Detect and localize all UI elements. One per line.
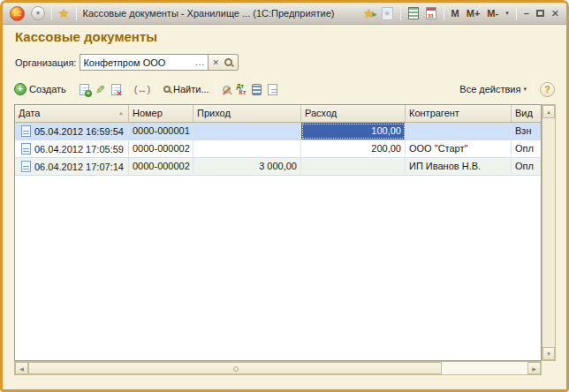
number-cell[interactable]: 0000-000001	[129, 123, 193, 139]
scroll-down-button[interactable]: ▼	[542, 347, 555, 360]
add-to-favorites-icon[interactable]: ★►	[363, 7, 375, 19]
table-empty-area	[15, 176, 541, 360]
delete-document-icon[interactable]: ✕	[111, 84, 121, 95]
memory-dropdown-icon[interactable]: ▾	[505, 10, 509, 17]
rashod-cell[interactable]	[301, 158, 406, 175]
clear-button[interactable]: ✕	[209, 58, 223, 67]
date-cell[interactable]: 06.04.2012 17:05:59	[15, 140, 129, 157]
form-content: Кассовые документы Организация: Конфетпр…	[3, 25, 566, 389]
edit-pencil-icon[interactable]: ✎	[95, 83, 105, 96]
app-window: 1С ▾ ★ Кассовые документы - Хранилище ..…	[0, 0, 569, 392]
window-title: Кассовые документы - Хранилище ... (1С:П…	[83, 8, 335, 19]
rashod-cell-selected[interactable]: 100,00	[301, 123, 406, 139]
memory-minus-button[interactable]: M-	[487, 8, 498, 19]
minimize-button[interactable]: –	[524, 8, 529, 19]
column-header-rashod[interactable]: Расход	[301, 105, 406, 122]
copy-document-icon[interactable]: +	[80, 84, 89, 95]
document-icon	[21, 125, 31, 137]
scrollbar-thumb[interactable]	[28, 362, 442, 374]
date-cell[interactable]: 05.04.2012 16:59:54	[15, 123, 129, 139]
favorites-star-icon[interactable]: ★	[58, 7, 70, 19]
date-value: 06.04.2012 17:07:14	[34, 162, 124, 172]
chevron-down-icon: ▾	[36, 10, 40, 17]
organization-input[interactable]: Конфетпром ООО ...	[80, 54, 209, 71]
column-header-date[interactable]: Дата ▲	[15, 105, 129, 122]
1c-logo-icon: 1С	[10, 6, 25, 21]
all-actions-button[interactable]: Все действия ▾	[459, 84, 527, 94]
prihod-cell[interactable]	[193, 140, 301, 157]
column-label: Дата	[19, 108, 40, 118]
maximize-button[interactable]	[536, 10, 544, 17]
calendar-icon[interactable]: 31	[426, 7, 436, 19]
command-bar: + Создать + ✎ ✕ (↔) Найти... Дт Кт	[14, 79, 555, 100]
prihod-cell[interactable]	[193, 123, 301, 139]
plus-icon: +	[14, 83, 27, 95]
scroll-up-button[interactable]: ▲	[542, 105, 555, 118]
titlebar-separator	[51, 7, 52, 20]
scrollbar-track[interactable]	[442, 362, 527, 374]
table-row[interactable]: 05.04.2012 16:59:54 0000-000001 100,00 В…	[15, 123, 541, 140]
memory-button[interactable]: M	[451, 8, 459, 19]
horizontal-scrollbar[interactable]: ◀ ▶	[14, 361, 542, 375]
column-header-prihod[interactable]: Приход	[193, 105, 301, 122]
find-label: Найти...	[173, 84, 209, 94]
choose-button[interactable]: ...	[193, 57, 208, 67]
scroll-right-button[interactable]: ▶	[527, 362, 541, 374]
vid-cell[interactable]: Взн	[512, 123, 541, 139]
titlebar: 1С ▾ ★ Кассовые документы - Хранилище ..…	[3, 3, 566, 25]
date-cell[interactable]: 06.04.2012 17:07:14	[15, 158, 129, 175]
debit-label: Дт	[237, 83, 247, 89]
help-button[interactable]: ?	[540, 82, 555, 97]
all-actions-label: Все действия	[459, 84, 520, 94]
vid-cell[interactable]: Опл	[512, 140, 541, 157]
search-icon	[163, 86, 171, 93]
kontragent-cell[interactable]: ИП Иванов Н.В.	[406, 158, 512, 175]
calculator-icon[interactable]	[408, 7, 419, 19]
toolbar-separator	[72, 82, 73, 96]
organization-field-buttons: ✕	[209, 54, 239, 71]
memory-plus-button[interactable]: M+	[467, 8, 481, 19]
document-list-icon[interactable]	[268, 84, 277, 95]
titlebar-separator	[76, 7, 77, 20]
scrollbar-corner	[542, 361, 556, 375]
create-label: Создать	[29, 84, 66, 94]
prihod-cell[interactable]: 3 000,00	[193, 158, 301, 175]
date-value: 06.04.2012 17:05:59	[34, 144, 124, 155]
list-settings-icon[interactable]	[252, 84, 262, 95]
plus-badge-icon: +	[85, 90, 92, 97]
toolbar-separator	[533, 82, 534, 96]
toolbar-separator	[156, 82, 157, 96]
column-header-vid[interactable]: Вид	[512, 105, 541, 122]
titlebar-actions: ★► ★ 31 M M+ M- ▾ – ✕	[363, 7, 559, 20]
credit-label: Кт	[239, 89, 247, 95]
main-menu-button[interactable]: ▾	[31, 6, 45, 20]
close-button[interactable]: ✕	[551, 8, 559, 19]
organization-label: Организация:	[15, 57, 76, 68]
arrow-down-icon: ▼	[546, 351, 551, 357]
rashod-cell[interactable]: 200,00	[301, 140, 406, 157]
open-search-icon[interactable]	[224, 58, 232, 66]
sort-ascending-icon: ▲	[118, 110, 124, 116]
number-cell[interactable]: 0000-000002	[129, 158, 193, 175]
table-header-row: Дата ▲ Номер Приход Расход Контрагент Ви…	[15, 105, 541, 123]
create-button[interactable]: + Создать	[14, 83, 66, 95]
find-button[interactable]: Найти...	[163, 84, 209, 94]
set-interval-button[interactable]: (↔)	[134, 84, 150, 94]
column-header-kontragent[interactable]: Контрагент	[406, 105, 512, 122]
titlebar-separator	[516, 7, 517, 20]
vertical-scrollbar[interactable]: ▲ ▼	[542, 104, 556, 361]
command-bar-right: Все действия ▾ ?	[459, 82, 555, 97]
show-postings-button[interactable]: Дт Кт	[237, 83, 247, 95]
number-cell[interactable]: 0000-000002	[129, 140, 193, 157]
page-title: Кассовые документы	[15, 29, 157, 44]
scroll-left-button[interactable]: ◀	[15, 362, 28, 374]
table-row[interactable]: 06.04.2012 17:07:14 0000-000002 3 000,00…	[15, 158, 541, 176]
cancel-search-icon	[223, 86, 231, 94]
kontragent-cell[interactable]	[406, 123, 512, 139]
table-row[interactable]: 06.04.2012 17:05:59 0000-000002 200,00 О…	[15, 140, 541, 158]
column-header-number[interactable]: Номер	[129, 105, 193, 122]
kontragent-cell[interactable]: ООО "Старт"	[406, 140, 512, 157]
vid-cell[interactable]: Опл	[512, 158, 541, 175]
green-arrow-icon: ►	[371, 9, 378, 21]
organization-value: Конфетпром ООО	[83, 57, 193, 68]
